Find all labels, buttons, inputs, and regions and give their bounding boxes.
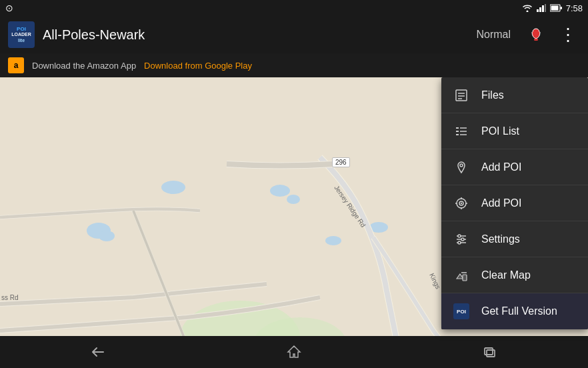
svg-point-17 bbox=[325, 236, 341, 245]
svg-rect-3 bbox=[545, 4, 546, 12]
svg-point-30 bbox=[460, 164, 463, 167]
svg-rect-44 bbox=[463, 275, 467, 281]
menu-poi-list-label: POI List bbox=[481, 125, 519, 137]
wifi-icon bbox=[522, 4, 533, 12]
menu-add-poi-1-label: Add POI bbox=[481, 161, 521, 173]
dropdown-menu: Files POI List bbox=[441, 77, 588, 329]
svg-rect-8 bbox=[534, 39, 538, 41]
road-label-ss: ss Rd bbox=[1, 294, 19, 301]
nav-back-button[interactable] bbox=[78, 339, 118, 365]
app-title: All-Poles-Newark bbox=[43, 27, 476, 43]
svg-rect-2 bbox=[542, 5, 544, 12]
nav-recents-button[interactable] bbox=[470, 339, 510, 365]
map-area[interactable]: 296 Jersey Ridge Rd Kings ss Rd Williams… bbox=[0, 77, 588, 368]
status-bar-right: 7:58 bbox=[522, 3, 583, 13]
nav-bar bbox=[0, 336, 588, 368]
svg-point-16 bbox=[99, 231, 115, 241]
menu-item-clear-map[interactable]: Clear Map bbox=[441, 257, 588, 293]
settings-icon bbox=[453, 231, 469, 247]
app-bar: POI LOADER lite All-Poles-Newark Normal … bbox=[0, 16, 588, 53]
app-mode: Normal bbox=[476, 29, 511, 41]
status-bar-left: ⊙ bbox=[5, 3, 13, 13]
poi-list-icon bbox=[453, 123, 469, 139]
menu-files-label: Files bbox=[481, 89, 504, 101]
svg-point-12 bbox=[161, 181, 185, 194]
menu-add-poi-2-label: Add POI bbox=[481, 197, 521, 209]
add-poi-pin-icon bbox=[453, 159, 469, 175]
full-version-icon: POI bbox=[453, 303, 469, 319]
add-poi-target-icon bbox=[453, 195, 469, 211]
svg-rect-5 bbox=[560, 7, 562, 9]
menu-settings-label: Settings bbox=[481, 233, 520, 245]
svg-point-13 bbox=[270, 185, 290, 197]
menu-item-add-poi-1[interactable]: Add POI bbox=[441, 149, 588, 185]
svg-point-33 bbox=[461, 202, 462, 203]
app-bar-actions: ⋮ bbox=[524, 23, 580, 47]
banner-text: Download the Amazon App bbox=[32, 61, 136, 71]
banner-link[interactable]: Download from Google Play bbox=[144, 61, 252, 71]
svg-rect-1 bbox=[539, 7, 541, 12]
road-marker-296: 296 bbox=[332, 157, 350, 167]
menu-item-full-version[interactable]: POI Get Full Version bbox=[441, 293, 588, 329]
status-bar: ⊙ 7:58 bbox=[0, 0, 588, 16]
svg-rect-6 bbox=[551, 6, 558, 11]
notification-button[interactable] bbox=[524, 23, 548, 47]
clock: 7:58 bbox=[566, 3, 583, 13]
files-icon bbox=[453, 87, 469, 103]
svg-rect-46 bbox=[485, 348, 493, 355]
app-logo: POI LOADER lite bbox=[8, 21, 35, 48]
menu-item-add-poi-2[interactable]: Add POI bbox=[441, 185, 588, 221]
menu-clear-map-label: Clear Map bbox=[481, 269, 531, 281]
svg-point-14 bbox=[287, 195, 300, 204]
clear-map-icon bbox=[453, 267, 469, 283]
nav-home-button[interactable] bbox=[274, 339, 314, 365]
svg-rect-0 bbox=[537, 9, 539, 12]
amazon-logo: a bbox=[8, 57, 24, 73]
svg-point-42 bbox=[461, 238, 464, 241]
menu-full-version-label: Get Full Version bbox=[481, 305, 557, 317]
menu-item-files[interactable]: Files bbox=[441, 77, 588, 113]
android-icon: ⊙ bbox=[5, 3, 13, 13]
signal-icon bbox=[537, 4, 546, 12]
banner: a Download the Amazon App Download from … bbox=[0, 53, 588, 77]
svg-rect-47 bbox=[487, 350, 495, 357]
svg-point-41 bbox=[458, 235, 461, 237]
svg-point-43 bbox=[458, 241, 461, 244]
battery-icon bbox=[550, 4, 562, 12]
menu-item-poi-list[interactable]: POI List bbox=[441, 113, 588, 149]
menu-item-settings[interactable]: Settings bbox=[441, 221, 588, 257]
more-options-button[interactable]: ⋮ bbox=[556, 23, 580, 47]
